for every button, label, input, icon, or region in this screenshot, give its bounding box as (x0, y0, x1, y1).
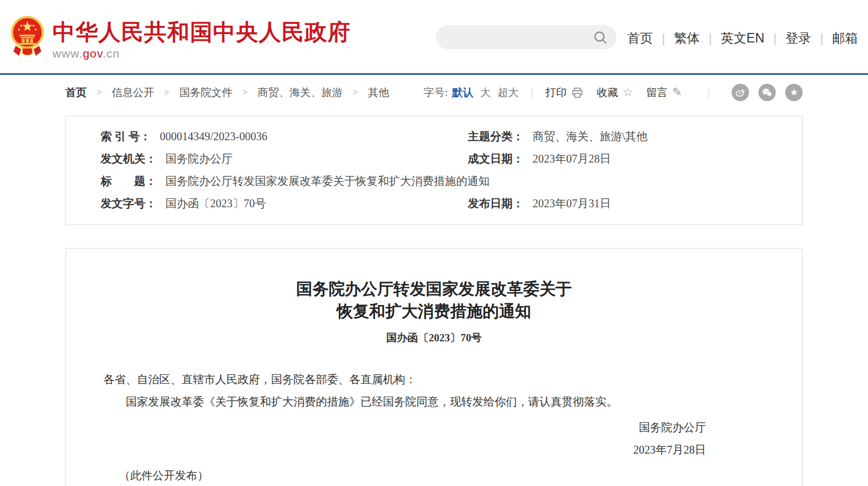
site-url-www: www. (53, 47, 83, 60)
meta-title-row: 标 题： 国务院办公厅转发国家发展改革委关于恢复和扩大消费措施的通知 (101, 170, 780, 192)
document-body-paragraph: 国家发展改革委《关于恢复和扩大消费的措施》已经国务院同意，现转发给你们，请认真贯… (66, 394, 802, 410)
share-star-icon: ★ (790, 88, 798, 97)
printer-icon (571, 87, 584, 99)
page-toolbar: 字号: 默认 大 超大 | 打印 收藏 ☆ 留言 ✎ | (424, 84, 803, 101)
font-size-xlarge-button[interactable]: 超大 (497, 85, 519, 100)
weibo-share-button[interactable] (732, 84, 749, 101)
search-box (436, 25, 616, 49)
nav-separator: | (820, 31, 823, 46)
nav-separator: | (774, 31, 777, 46)
nav-separator: | (662, 31, 665, 46)
search-icon[interactable] (593, 30, 608, 45)
share-icons: ★ (722, 84, 803, 101)
breadcrumb-separator: > (243, 88, 248, 98)
favorite-button[interactable]: 收藏 ☆ (597, 85, 633, 100)
nav-mail[interactable]: 邮箱 (831, 30, 859, 47)
meta-date-written-row: 成文日期： 2023年07月28日 (468, 147, 780, 170)
meta-date-published-label: 发布日期： (468, 192, 524, 215)
meta-agency-row: 发文机关： 国务院办公厅 (101, 147, 468, 170)
comment-button[interactable]: 留言 ✎ (647, 85, 682, 100)
breadcrumb-other[interactable]: 其他 (368, 85, 389, 100)
comment-label: 留言 (647, 85, 668, 100)
document-signer: 国务院办公厅 (66, 416, 706, 439)
toolbar-separator: | (708, 87, 710, 99)
favorite-share-button[interactable]: ★ (785, 84, 803, 101)
nav-home[interactable]: 首页 (626, 30, 654, 47)
meta-index-row: 索 引 号： 000014349/2023-00036 (101, 125, 468, 147)
star-icon: ☆ (623, 87, 633, 98)
meta-date-written-value: 2023年07月28日 (533, 147, 611, 170)
breadcrumb-info-disclosure[interactable]: 信息公开 (112, 85, 154, 100)
meta-date-published-value: 2023年07月31日 (533, 192, 611, 215)
wechat-icon (762, 87, 772, 98)
breadcrumb-separator: > (164, 88, 169, 98)
meta-date-published-row: 发布日期： 2023年07月31日 (468, 192, 780, 215)
search-input[interactable] (436, 25, 593, 49)
meta-date-written-label: 成文日期： (468, 147, 524, 170)
meta-category-row: 主题分类： 商贸、海关、旅游\其他 (468, 125, 780, 147)
meta-index-value: 000014349/2023-00036 (160, 125, 267, 147)
document-meta-box: 索 引 号： 000014349/2023-00036 主题分类： 商贸、海关、… (65, 116, 803, 225)
meta-doc-no-value: 国办函〔2023〕70号 (165, 192, 266, 215)
favorite-label: 收藏 (597, 85, 618, 100)
document-content-box: 国务院办公厅转发国家发展改革委关于 恢复和扩大消费措施的通知 国办函〔2023〕… (65, 248, 803, 486)
national-emblem-icon (10, 13, 45, 60)
font-size-large-button[interactable]: 大 (480, 85, 491, 100)
font-size-default-button[interactable]: 默认 (452, 85, 473, 100)
document-sign-date: 2023年7月28日 (66, 439, 706, 461)
document-title-line1: 国务院办公厅转发国家发展改革委关于 (66, 278, 802, 300)
breadcrumb-home[interactable]: 首页 (65, 85, 87, 100)
breadcrumb-toolbar-row: 首页 > 信息公开 > 国务院文件 > 商贸、海关、旅游 > 其他 字号: 默认… (65, 75, 803, 110)
site-header: 中华人民共和国中央人民政府 www.gov.cn 首页 | 繁体 | 英文EN … (0, 0, 868, 73)
document-title-line2: 恢复和扩大消费措施的通知 (66, 300, 802, 322)
meta-doc-no-label: 发文字号： (101, 192, 156, 215)
document-number: 国办函〔2023〕70号 (66, 331, 802, 345)
breadcrumb: 首页 > 信息公开 > 国务院文件 > 商贸、海关、旅游 > 其他 (65, 85, 389, 100)
breadcrumb-commerce-customs-tourism[interactable]: 商贸、海关、旅游 (258, 85, 343, 100)
site-url: www.gov.cn (53, 47, 350, 60)
meta-category-label: 主题分类： (468, 125, 524, 147)
breadcrumb-separator: > (353, 88, 358, 98)
font-size-label: 字号: (424, 85, 448, 100)
site-url-gov: gov (83, 47, 102, 60)
meta-category-value: 商贸、海关、旅游\其他 (533, 125, 648, 147)
pencil-icon: ✎ (672, 87, 682, 98)
document-footnote: （此件公开发布） (66, 468, 802, 483)
nav-english[interactable]: 英文EN (720, 30, 766, 47)
meta-title-value: 国务院办公厅转发国家发展改革委关于恢复和扩大消费措施的通知 (165, 170, 490, 192)
toolbar-separator: | (531, 87, 533, 99)
print-button[interactable]: 打印 (546, 85, 584, 100)
site-logo[interactable]: 中华人民共和国中央人民政府 www.gov.cn (10, 13, 350, 60)
document-signature: 国务院办公厅 2023年7月28日 (66, 416, 802, 461)
document-salutation: 各省、自治区、直辖市人民政府，国务院各部委、各直属机构： (66, 371, 802, 388)
nav-login[interactable]: 登录 (784, 30, 812, 47)
meta-agency-label: 发文机关： (101, 147, 156, 170)
site-title: 中华人民共和国中央人民政府 (53, 20, 350, 44)
meta-title-label: 标 题： (101, 170, 156, 192)
wechat-share-button[interactable] (758, 84, 776, 101)
logo-text: 中华人民共和国中央人民政府 www.gov.cn (53, 13, 350, 60)
print-label: 打印 (546, 85, 567, 100)
site-url-cn: .cn (103, 47, 120, 60)
breadcrumb-separator: > (97, 88, 102, 98)
breadcrumb-state-council-docs[interactable]: 国务院文件 (179, 85, 233, 100)
nav-separator: | (709, 31, 712, 46)
nav-traditional[interactable]: 繁体 (673, 30, 701, 47)
top-nav: 首页 | 繁体 | 英文EN | 登录 | 邮箱 (626, 30, 859, 47)
meta-grid: 索 引 号： 000014349/2023-00036 主题分类： 商贸、海关、… (101, 125, 780, 215)
meta-index-label: 索 引 号： (101, 125, 151, 147)
meta-doc-no-row: 发文字号： 国办函〔2023〕70号 (101, 192, 468, 215)
weibo-icon (735, 87, 746, 98)
meta-agency-value: 国务院办公厅 (165, 147, 233, 170)
